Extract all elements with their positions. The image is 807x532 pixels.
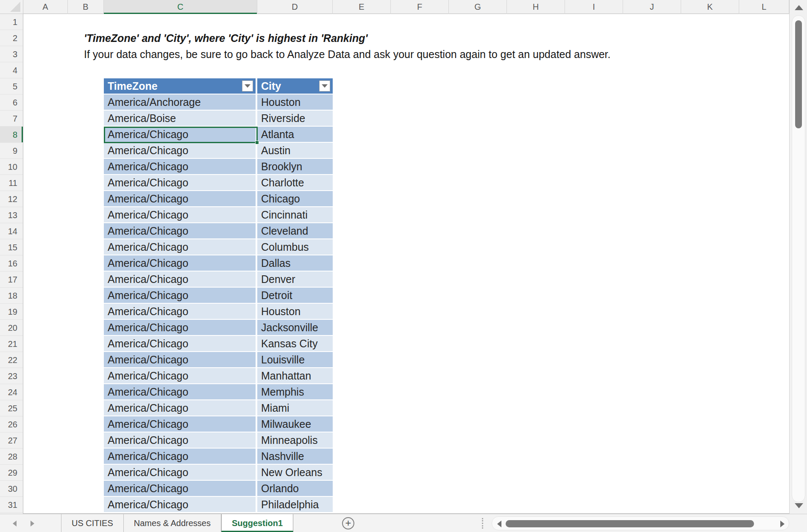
timezone-cell-C11[interactable]: America/Chicago (104, 175, 257, 191)
timezone-cell-C27[interactable]: America/Chicago (104, 432, 257, 449)
column-header-D[interactable]: D (257, 0, 333, 14)
vertical-scrollbar-thumb[interactable] (795, 20, 802, 128)
scroll-left-icon[interactable] (497, 521, 501, 527)
timezone-cell-C8[interactable]: America/Chicago (104, 127, 257, 143)
city-cell-D14[interactable]: Cleveland (257, 223, 333, 239)
city-cell-D27[interactable]: Minneapolis (257, 432, 333, 449)
city-cell-D24[interactable]: Memphis (257, 384, 333, 400)
tab-splitter-handle[interactable] (482, 518, 483, 529)
row-header-29[interactable]: 29 (0, 465, 23, 481)
timezone-cell-C24[interactable]: America/Chicago (104, 384, 257, 400)
city-cell-D21[interactable]: Kansas City (257, 336, 333, 352)
row-header-7[interactable]: 7 (0, 111, 23, 127)
row-header-28[interactable]: 28 (0, 449, 23, 465)
row-header-8[interactable]: 8 (0, 127, 23, 143)
column-header-C[interactable]: C (104, 0, 257, 14)
city-cell-D23[interactable]: Manhattan (257, 368, 333, 384)
timezone-cell-C29[interactable]: America/Chicago (104, 465, 257, 481)
timezone-cell-C20[interactable]: America/Chicago (104, 320, 257, 336)
row-header-12[interactable]: 12 (0, 191, 23, 207)
filter-dropdown-button[interactable] (242, 80, 253, 91)
sheet-tab-us-cities[interactable]: US CITIES (61, 514, 124, 532)
timezone-cell-C17[interactable]: America/Chicago (104, 272, 257, 288)
column-header-G[interactable]: G (449, 0, 507, 14)
horizontal-scrollbar[interactable] (492, 516, 789, 530)
city-cell-D16[interactable]: Dallas (257, 255, 333, 272)
column-header-L[interactable]: L (739, 0, 789, 14)
column-header-H[interactable]: H (507, 0, 565, 14)
city-cell-D9[interactable]: Austin (257, 143, 333, 159)
scroll-right-icon[interactable] (780, 521, 785, 527)
row-header-1[interactable]: 1 (0, 14, 23, 30)
city-cell-D29[interactable]: New Orleans (257, 465, 333, 481)
row-header-3[interactable]: 3 (0, 46, 23, 62)
timezone-cell-C9[interactable]: America/Chicago (104, 143, 257, 159)
row-header-25[interactable]: 25 (0, 400, 23, 416)
city-cell-D20[interactable]: Jacksonville (257, 320, 333, 336)
timezone-cell-C14[interactable]: America/Chicago (104, 223, 257, 239)
city-cell-D28[interactable]: Nashville (257, 449, 333, 465)
row-header-9[interactable]: 9 (0, 143, 23, 159)
column-header-A[interactable]: A (23, 0, 68, 14)
timezone-cell-C15[interactable]: America/Chicago (104, 239, 257, 255)
fill-handle[interactable] (255, 141, 259, 144)
city-cell-D19[interactable]: Houston (257, 304, 333, 320)
row-header-24[interactable]: 24 (0, 384, 23, 400)
row-header-15[interactable]: 15 (0, 239, 23, 255)
scroll-up-icon[interactable] (795, 5, 803, 10)
city-cell-D13[interactable]: Cincinnati (257, 207, 333, 223)
column-header-I[interactable]: I (565, 0, 623, 14)
city-cell-D25[interactable]: Miami (257, 400, 333, 416)
select-all-button[interactable] (0, 0, 23, 14)
vertical-scrollbar[interactable] (789, 0, 807, 514)
horizontal-scrollbar-thumb[interactable] (506, 520, 754, 527)
column-header-J[interactable]: J (623, 0, 681, 14)
row-header-31[interactable]: 31 (0, 497, 23, 513)
row-header-19[interactable]: 19 (0, 304, 23, 320)
city-cell-D17[interactable]: Denver (257, 272, 333, 288)
column-header-K[interactable]: K (681, 0, 739, 14)
city-cell-D8[interactable]: Atlanta (257, 127, 333, 143)
row-header-17[interactable]: 17 (0, 272, 23, 288)
timezone-cell-C7[interactable]: America/Boise (104, 111, 257, 127)
row-header-10[interactable]: 10 (0, 159, 23, 175)
column-header-F[interactable]: F (391, 0, 449, 14)
timezone-cell-C30[interactable]: America/Chicago (104, 481, 257, 497)
row-header-4[interactable]: 4 (0, 62, 23, 78)
row-header-20[interactable]: 20 (0, 320, 23, 336)
row-header-26[interactable]: 26 (0, 416, 23, 432)
sheet-tab-suggestion1[interactable]: Suggestion1 (221, 514, 293, 532)
row-header-6[interactable]: 6 (0, 94, 23, 111)
timezone-cell-C22[interactable]: America/Chicago (104, 352, 257, 368)
timezone-cell-C25[interactable]: America/Chicago (104, 400, 257, 416)
timezone-cell-C23[interactable]: America/Chicago (104, 368, 257, 384)
timezone-cell-C28[interactable]: America/Chicago (104, 449, 257, 465)
row-header-21[interactable]: 21 (0, 336, 23, 352)
row-header-18[interactable]: 18 (0, 288, 23, 304)
scroll-down-icon[interactable] (795, 503, 803, 508)
timezone-cell-C31[interactable]: America/Chicago (104, 497, 257, 513)
timezone-cell-C6[interactable]: America/Anchorage (104, 94, 257, 111)
row-header-11[interactable]: 11 (0, 175, 23, 191)
city-cell-D15[interactable]: Columbus (257, 239, 333, 255)
row-header-13[interactable]: 13 (0, 207, 23, 223)
row-header-16[interactable]: 16 (0, 255, 23, 272)
table-header-city[interactable]: City (257, 78, 333, 94)
timezone-cell-C21[interactable]: America/Chicago (104, 336, 257, 352)
sheet-grid[interactable]: 'TimeZone' and 'City', where 'City' is h… (23, 14, 789, 514)
city-cell-D6[interactable]: Houston (257, 94, 333, 111)
sheet-tab-names-addresses[interactable]: Names & Addresses (124, 514, 221, 532)
city-cell-D31[interactable]: Philadelphia (257, 497, 333, 513)
column-header-E[interactable]: E (333, 0, 391, 14)
timezone-cell-C18[interactable]: America/Chicago (104, 288, 257, 304)
city-cell-D30[interactable]: Orlando (257, 481, 333, 497)
city-cell-D22[interactable]: Louisville (257, 352, 333, 368)
timezone-cell-C26[interactable]: America/Chicago (104, 416, 257, 432)
timezone-cell-C16[interactable]: America/Chicago (104, 255, 257, 272)
timezone-cell-C12[interactable]: America/Chicago (104, 191, 257, 207)
row-header-22[interactable]: 22 (0, 352, 23, 368)
row-header-23[interactable]: 23 (0, 368, 23, 384)
timezone-cell-C13[interactable]: America/Chicago (104, 207, 257, 223)
table-header-timezone[interactable]: TimeZone (104, 78, 257, 94)
column-header-B[interactable]: B (68, 0, 104, 14)
